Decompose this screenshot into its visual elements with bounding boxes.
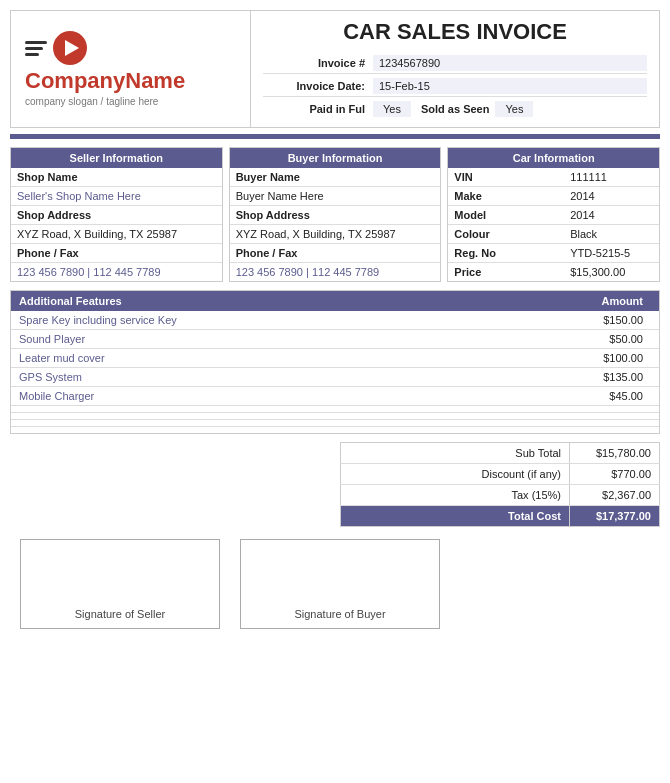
car-price-value: $15,300.00 [564,263,659,282]
car-model-value: 2014 [564,206,659,225]
discount-row: Discount (if any) $770.00 [341,464,660,485]
logo-area: CompanyName company slogan / tagline her… [11,11,251,127]
feature-amount: $45.00 [531,390,651,402]
car-vin-row: VIN 111111 [448,168,659,187]
car-reg-value: YTD-5215-5 [564,244,659,263]
paid-in-full-value: Yes [373,101,411,117]
car-price-label: Price [448,263,564,282]
buyer-name-label: Buyer Name [230,168,441,187]
paid-in-full-label: Paid in Ful [263,103,373,115]
subtotal-value: $15,780.00 [570,443,660,464]
logo-line-3 [25,53,39,56]
car-vin-value: 111111 [564,168,659,187]
car-model-row: Model 2014 [448,206,659,225]
seller-phone-row: Phone / Fax [11,244,222,263]
seller-phone-value: 123 456 7890 | 112 445 7789 [11,263,222,282]
feature-row [11,413,659,420]
tax-label: Tax (15%) [341,485,570,506]
feature-row: Leater mud cover$100.00 [11,349,659,368]
buyer-phone-label: Phone / Fax [230,244,441,263]
seller-address-row: Shop Address [11,206,222,225]
seller-name-value: Seller's Shop Name Here [11,187,222,206]
purple-bar-top [10,134,660,139]
signatures-section: Signature of Seller Signature of Buyer [10,539,660,629]
sold-as-seen-value: Yes [495,101,533,117]
features-col1-header: Additional Features [19,295,531,307]
invoice-date-row: Invoice Date: 15-Feb-15 [263,76,647,97]
car-header: Car Information [448,148,659,168]
car-reg-label: Reg. No [448,244,564,263]
car-price-row: Price $15,300.00 [448,263,659,282]
logo-line-1 [25,41,47,44]
feature-name: Sound Player [19,333,531,345]
logo-icon [25,31,87,65]
buyer-name-value: Buyer Name Here [230,187,441,206]
seller-address-value-row: XYZ Road, X Building, TX 25987 [11,225,222,244]
invoice-header: CompanyName company slogan / tagline her… [10,10,660,128]
total-label: Total Cost [341,506,570,527]
features-rows: Spare Key including service Key$150.00So… [11,311,659,433]
feature-row [11,406,659,413]
company-tagline: company slogan / tagline here [25,96,158,107]
totals-table: Sub Total $15,780.00 Discount (if any) $… [340,442,660,527]
seller-name-row: Shop Name [11,168,222,187]
subtotal-row: Sub Total $15,780.00 [341,443,660,464]
buyer-signature-box: Signature of Buyer [240,539,440,629]
buyer-name-value-row: Buyer Name Here [230,187,441,206]
buyer-phone-row: Phone / Fax [230,244,441,263]
seller-block: Seller Information Shop Name Seller's Sh… [10,147,223,282]
feature-row: GPS System$135.00 [11,368,659,387]
three-col-section: Seller Information Shop Name Seller's Sh… [10,147,660,282]
invoice-number-value: 1234567890 [373,55,647,71]
car-colour-row: Colour Black [448,225,659,244]
total-row: Total Cost $17,377.00 [341,506,660,527]
feature-name: Spare Key including service Key [19,314,531,326]
seller-table: Shop Name Seller's Shop Name Here Shop A… [11,168,222,281]
seller-name-value-row: Seller's Shop Name Here [11,187,222,206]
feature-row [11,427,659,433]
invoice-fields: Invoice # 1234567890 Invoice Date: 15-Fe… [263,53,647,119]
seller-signature-label: Signature of Seller [75,608,166,620]
invoice-date-label: Invoice Date: [263,80,373,92]
buyer-address-value: XYZ Road, X Building, TX 25987 [230,225,441,244]
company-name: CompanyName [25,69,185,93]
buyer-address-value-row: XYZ Road, X Building, TX 25987 [230,225,441,244]
car-reg-row: Reg. No YTD-5215-5 [448,244,659,263]
car-colour-value: Black [564,225,659,244]
buyer-header: Buyer Information [230,148,441,168]
seller-address-label: Shop Address [11,206,222,225]
subtotal-label: Sub Total [341,443,570,464]
sold-as-seen-label: Sold as Seen [415,103,495,115]
total-value: $17,377.00 [570,506,660,527]
buyer-phone-value-row: 123 456 7890 | 112 445 7789 [230,263,441,282]
car-vin-label: VIN [448,168,564,187]
feature-amount: $100.00 [531,352,651,364]
buyer-block: Buyer Information Buyer Name Buyer Name … [229,147,442,282]
feature-row: Spare Key including service Key$150.00 [11,311,659,330]
features-section: Additional Features Amount Spare Key inc… [10,290,660,434]
car-make-row: Make 2014 [448,187,659,206]
invoice-info-area: CAR SALES INVOICE Invoice # 1234567890 I… [251,11,659,127]
features-header: Additional Features Amount [11,291,659,311]
car-make-label: Make [448,187,564,206]
feature-amount: $150.00 [531,314,651,326]
seller-address-value: XYZ Road, X Building, TX 25987 [11,225,222,244]
buyer-signature-label: Signature of Buyer [294,608,385,620]
tax-row: Tax (15%) $2,367.00 [341,485,660,506]
seller-header: Seller Information [11,148,222,168]
invoice-number-label: Invoice # [263,57,373,69]
buyer-address-row: Shop Address [230,206,441,225]
car-colour-label: Colour [448,225,564,244]
buyer-name-row: Buyer Name [230,168,441,187]
discount-value: $770.00 [570,464,660,485]
invoice-number-row: Invoice # 1234567890 [263,53,647,74]
paid-row: Paid in Ful Yes Sold as Seen Yes [263,99,647,119]
feature-name: GPS System [19,371,531,383]
logo-circle [53,31,87,65]
car-block: Car Information VIN 111111 Make 2014 Mod… [447,147,660,282]
seller-name-label: Shop Name [11,168,222,187]
feature-amount: $50.00 [531,333,651,345]
play-icon [65,40,79,56]
seller-phone-value-row: 123 456 7890 | 112 445 7789 [11,263,222,282]
feature-row [11,420,659,427]
